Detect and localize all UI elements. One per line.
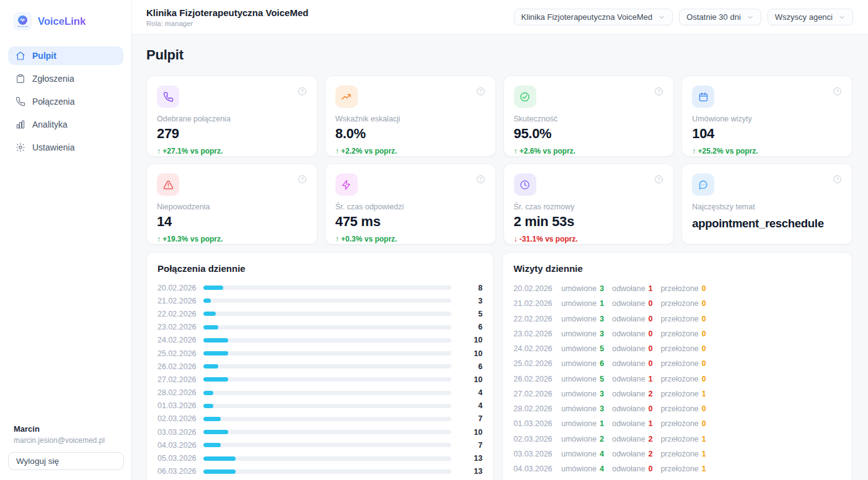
visit-row: 05.03.2026 umówione 11 odwołane 2 xyxy=(513,476,841,480)
cancelled-stat: odwołane 0 xyxy=(612,315,652,323)
bar-row: 06.03.2026 13 xyxy=(157,465,482,478)
bar xyxy=(203,443,221,447)
bar xyxy=(203,456,236,461)
rescheduled-count: 0 xyxy=(702,359,706,368)
rescheduled-stat: przełożone 0 xyxy=(661,284,706,293)
rescheduled-label: przełożone xyxy=(661,284,699,293)
bar xyxy=(203,286,223,290)
rescheduled-count: 0 xyxy=(702,344,706,353)
topbar: Klinika Fizjoterapeutyczna VoiceMed Rola… xyxy=(132,0,868,35)
kpi-label: Skuteczność xyxy=(514,115,664,123)
sidebar-item-pulpit[interactable]: Pulpit xyxy=(8,46,123,65)
sidebar-nav: Pulpit Zgłoszenia Połączenia Analityka xyxy=(8,46,123,157)
help-circle-icon[interactable] xyxy=(298,175,307,184)
booked-stat: umówione 5 xyxy=(561,344,604,353)
sidebar-item-polaczenia[interactable]: Połączenia xyxy=(8,92,123,111)
rescheduled-label: przełożone xyxy=(661,465,699,473)
help-circle-icon[interactable] xyxy=(476,175,485,184)
cancelled-label: odwołane xyxy=(612,450,645,458)
help-circle-icon[interactable] xyxy=(476,87,485,96)
filter-bar: Klinika Fizjoterapeutyczna VoiceMed Osta… xyxy=(514,9,853,25)
kpi-card-top xyxy=(692,173,842,196)
visit-row: 03.03.2026 umówione 4 odwołane 2 xyxy=(513,447,841,461)
booked-label: umówione xyxy=(561,419,596,428)
visit-row: 02.03.2026 umówione 2 odwołane 2 xyxy=(513,432,841,447)
visit-row-date: 24.02.2026 xyxy=(513,344,555,353)
bar-row: 02.03.2026 7 xyxy=(157,412,482,425)
cancelled-label: odwołane xyxy=(612,390,645,398)
booked-label: umówione xyxy=(561,284,596,293)
cancelled-stat: odwołane 2 xyxy=(612,450,652,458)
rescheduled-label: przełożone xyxy=(661,435,699,443)
cancelled-count: 0 xyxy=(649,299,653,308)
trending-up-icon xyxy=(335,85,358,108)
brand-logo: VoiceLink VoiceLink xyxy=(8,7,123,46)
cancelled-count: 2 xyxy=(649,450,653,458)
kpi-label: Niepowodzenia xyxy=(157,203,307,211)
booked-stat: umówione 4 xyxy=(561,465,604,473)
alert-triangle-icon xyxy=(157,173,179,196)
booked-count: 5 xyxy=(600,375,604,383)
bar-track xyxy=(203,377,451,382)
logo-caption: VoiceLink xyxy=(17,25,28,28)
cancelled-count: 0 xyxy=(649,465,653,473)
bar-row-value: 10 xyxy=(459,336,482,344)
bar xyxy=(203,417,221,421)
kpi-value: 475 ms xyxy=(335,214,485,230)
visit-row-date: 21.02.2026 xyxy=(513,299,555,308)
filter-select-range[interactable]: Ostatnie 30 dni xyxy=(679,9,761,25)
kpi-card-top xyxy=(335,173,485,196)
rescheduled-label: przełożone xyxy=(661,344,699,353)
cancelled-count: 2 xyxy=(649,435,653,443)
booked-label: umówione xyxy=(561,299,596,308)
booked-count: 3 xyxy=(600,329,604,338)
cancelled-count: 2 xyxy=(649,390,653,398)
sidebar-item-zgloszenia[interactable]: Zgłoszenia xyxy=(8,69,123,88)
kpi-card-umowione-wizyty: Umówione wizyty 104 ↑ +25.2% vs poprz. xyxy=(681,76,852,157)
visits-list: 20.02.2026 umówione 3 odwołane 1 xyxy=(513,281,841,480)
booked-label: umówione xyxy=(561,390,596,398)
rescheduled-stat: przełożone 0 xyxy=(661,404,706,413)
bar-track xyxy=(203,404,451,408)
visit-row: 26.02.2026 umówione 5 odwołane 1 xyxy=(513,372,841,386)
visit-row-date: 20.02.2026 xyxy=(513,284,555,293)
rescheduled-label: przełożone xyxy=(661,390,699,398)
filter-select-agents[interactable]: Wszyscy agenci xyxy=(768,9,853,25)
kpi-value: appointment_reschedule xyxy=(692,217,842,230)
sidebar-item-label: Ustawienia xyxy=(32,142,74,152)
booked-count: 1 xyxy=(600,419,604,428)
rescheduled-stat: przełożone 1 xyxy=(661,390,706,398)
kpi-value: 95.0% xyxy=(514,126,664,142)
filter-select-clinic[interactable]: Klinika Fizjoterapeutyczna VoiceMed xyxy=(514,9,673,25)
settings-icon xyxy=(16,142,25,152)
bar-row-value: 4 xyxy=(459,401,482,410)
phone-icon xyxy=(16,97,25,107)
phone-icon xyxy=(157,85,179,108)
sidebar-item-ustawienia[interactable]: Ustawienia xyxy=(8,138,123,157)
rescheduled-count: 0 xyxy=(702,284,706,293)
message-circle-icon xyxy=(692,173,714,196)
kpi-card-najczestszy-temat: Najczęstszy temat appointment_reschedule xyxy=(681,164,852,245)
user-name: Marcin xyxy=(14,424,118,434)
help-circle-icon[interactable] xyxy=(654,87,663,96)
help-circle-icon[interactable] xyxy=(833,87,842,96)
sidebar-item-analityka[interactable]: Analityka xyxy=(8,115,123,134)
rescheduled-label: przełożone xyxy=(661,315,699,323)
help-circle-icon[interactable] xyxy=(833,175,842,184)
bar-track xyxy=(203,391,451,395)
rescheduled-count: 0 xyxy=(702,419,706,428)
rescheduled-count: 1 xyxy=(702,465,706,473)
booked-label: umówione xyxy=(561,404,596,413)
help-circle-icon[interactable] xyxy=(654,175,663,184)
help-circle-icon[interactable] xyxy=(298,87,307,96)
bar-row-date: 24.02.2026 xyxy=(157,336,203,344)
booked-stat: umówione 4 xyxy=(561,450,604,458)
kpi-card-top xyxy=(335,85,485,108)
booked-count: 3 xyxy=(600,315,604,323)
kpi-label: Śr. czas rozmowy xyxy=(514,203,664,211)
logout-button[interactable]: Wyloguj się xyxy=(8,452,124,470)
bar xyxy=(203,299,211,303)
clock-icon xyxy=(514,173,536,196)
visit-row: 22.02.2026 umówione 3 odwołane 0 xyxy=(513,312,841,326)
cancelled-label: odwołane xyxy=(612,435,645,443)
